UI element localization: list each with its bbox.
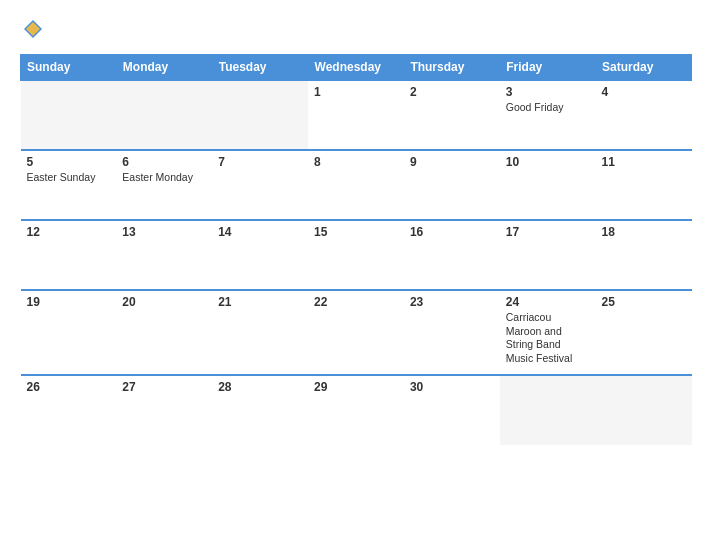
calendar-day: 13 [116,220,212,290]
calendar-day: 28 [212,375,308,445]
day-number: 22 [314,295,398,309]
day-number: 21 [218,295,302,309]
day-number: 19 [27,295,111,309]
calendar-day: 24Carriacou Maroon and String Band Music… [500,290,596,375]
calendar-day: 12 [21,220,117,290]
calendar-header-row: SundayMondayTuesdayWednesdayThursdayFrid… [21,55,692,81]
calendar-day: 14 [212,220,308,290]
calendar-day: 10 [500,150,596,220]
day-number: 6 [122,155,206,169]
day-number: 24 [506,295,590,309]
calendar-week-row: 2627282930 [21,375,692,445]
calendar-day: 30 [404,375,500,445]
day-number: 1 [314,85,398,99]
calendar-day: 29 [308,375,404,445]
calendar-day: 27 [116,375,212,445]
calendar-week-row: 12131415161718 [21,220,692,290]
day-number: 29 [314,380,398,394]
day-header-saturday: Saturday [596,55,692,81]
day-header-sunday: Sunday [21,55,117,81]
day-header-monday: Monday [116,55,212,81]
calendar-day: 6Easter Monday [116,150,212,220]
calendar-day: 26 [21,375,117,445]
day-header-tuesday: Tuesday [212,55,308,81]
day-number: 5 [27,155,111,169]
calendar-day: 25 [596,290,692,375]
logo [20,18,44,40]
day-number: 3 [506,85,590,99]
calendar-day: 4 [596,80,692,150]
day-number: 18 [602,225,686,239]
calendar-day [500,375,596,445]
calendar-day: 3Good Friday [500,80,596,150]
day-number: 25 [602,295,686,309]
day-number: 9 [410,155,494,169]
day-number: 2 [410,85,494,99]
calendar-week-row: 192021222324Carriacou Maroon and String … [21,290,692,375]
calendar-day: 19 [21,290,117,375]
day-event: Good Friday [506,101,564,113]
day-header-friday: Friday [500,55,596,81]
calendar-week-row: 5Easter Sunday6Easter Monday7891011 [21,150,692,220]
calendar-day: 21 [212,290,308,375]
calendar-day: 16 [404,220,500,290]
day-event: Carriacou Maroon and String Band Music F… [506,311,573,364]
calendar-day: 23 [404,290,500,375]
day-number: 13 [122,225,206,239]
day-number: 15 [314,225,398,239]
day-header-thursday: Thursday [404,55,500,81]
day-number: 23 [410,295,494,309]
calendar-day: 7 [212,150,308,220]
calendar-day: 8 [308,150,404,220]
day-number: 16 [410,225,494,239]
day-number: 4 [602,85,686,99]
day-number: 12 [27,225,111,239]
day-event: Easter Monday [122,171,193,183]
svg-marker-1 [26,22,40,36]
calendar-day [116,80,212,150]
calendar-table: SundayMondayTuesdayWednesdayThursdayFrid… [20,54,692,445]
day-number: 20 [122,295,206,309]
day-number: 14 [218,225,302,239]
calendar-day: 2 [404,80,500,150]
calendar-day [596,375,692,445]
day-number: 11 [602,155,686,169]
day-number: 26 [27,380,111,394]
calendar-week-row: 123Good Friday4 [21,80,692,150]
day-header-wednesday: Wednesday [308,55,404,81]
calendar-day: 15 [308,220,404,290]
day-number: 28 [218,380,302,394]
day-number: 7 [218,155,302,169]
calendar-day: 9 [404,150,500,220]
calendar-day: 1 [308,80,404,150]
day-event: Easter Sunday [27,171,96,183]
day-number: 27 [122,380,206,394]
calendar-day: 17 [500,220,596,290]
calendar-day: 5Easter Sunday [21,150,117,220]
day-number: 10 [506,155,590,169]
calendar-day: 18 [596,220,692,290]
logo-flag-icon [22,18,44,40]
calendar-day [212,80,308,150]
page: SundayMondayTuesdayWednesdayThursdayFrid… [0,0,712,550]
calendar-day: 20 [116,290,212,375]
calendar-day [21,80,117,150]
header [20,18,692,40]
day-number: 17 [506,225,590,239]
calendar-day: 22 [308,290,404,375]
calendar-day: 11 [596,150,692,220]
day-number: 8 [314,155,398,169]
day-number: 30 [410,380,494,394]
